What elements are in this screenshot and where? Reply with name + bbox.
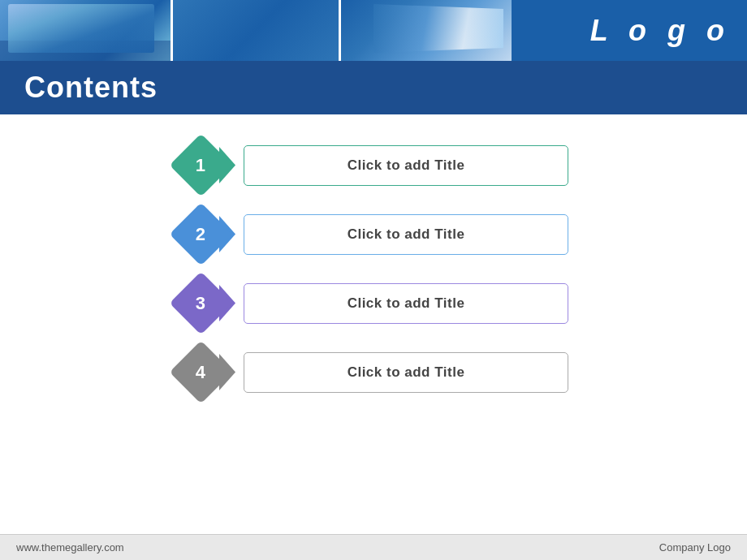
content-row-4[interactable]: 4 Click to add Title — [179, 346, 568, 398]
header-image-2 — [171, 0, 341, 61]
content-row-2[interactable]: 2 Click to add Title — [179, 208, 568, 261]
content-row-1[interactable]: 1 Click to add Title — [179, 139, 568, 192]
item-label-4: Click to add Title — [348, 364, 465, 381]
header-images — [0, 0, 512, 61]
header-image-1 — [0, 0, 171, 61]
item-number-1: 1 — [196, 157, 205, 174]
text-box-4[interactable]: Click to add Title — [244, 352, 568, 393]
item-number-2: 2 — [196, 226, 205, 243]
logo-text: L o g o — [590, 14, 731, 48]
item-label-2: Click to add Title — [348, 226, 465, 243]
page-title: Contents — [24, 71, 731, 105]
footer: www.themegallery.com Company Logo — [0, 534, 747, 560]
footer-left: www.themegallery.com — [16, 541, 124, 554]
main-content: 1 Click to add Title 2 Click to add Titl… — [0, 114, 747, 423]
content-row-3[interactable]: 3 Click to add Title — [179, 277, 568, 330]
text-box-1[interactable]: Click to add Title — [244, 145, 568, 186]
item-number-3: 3 — [196, 295, 205, 312]
item-number-4: 4 — [196, 364, 205, 381]
header-image-3 — [341, 0, 512, 61]
text-box-3[interactable]: Click to add Title — [244, 283, 568, 324]
title-bar: Contents — [0, 61, 747, 114]
item-label-1: Click to add Title — [348, 157, 465, 174]
item-label-3: Click to add Title — [348, 295, 465, 312]
footer-right: Company Logo — [659, 541, 731, 554]
header: L o g o — [0, 0, 747, 61]
header-logo: L o g o — [512, 0, 747, 61]
text-box-2[interactable]: Click to add Title — [244, 214, 568, 255]
